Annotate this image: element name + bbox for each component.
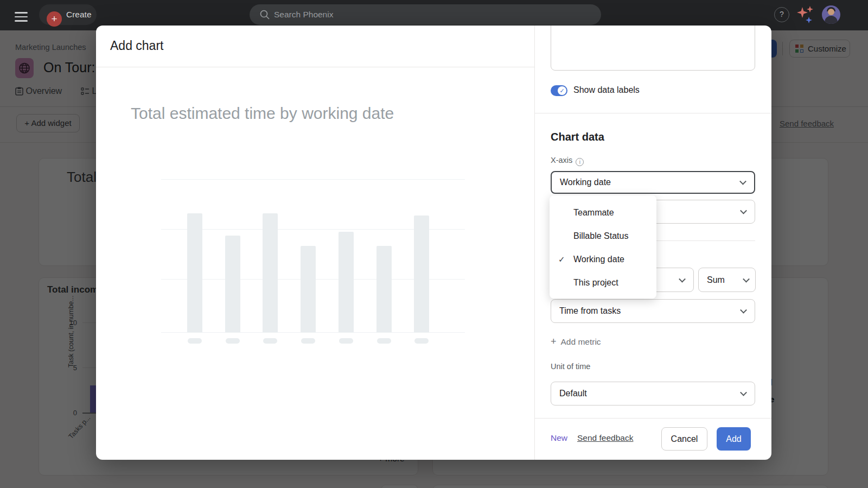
metric-source-value: Time from tasks: [559, 306, 621, 316]
show-data-labels-toggle[interactable]: ✓: [551, 85, 567, 96]
new-badge: New: [551, 433, 567, 443]
menu-item-this-project[interactable]: This project: [550, 271, 656, 294]
preview-x-tick-placeholder: [414, 338, 429, 344]
chevron-down-icon: [739, 178, 746, 185]
preview-gridline: [161, 179, 465, 180]
preview-x-tick-placeholder: [377, 338, 391, 344]
screen: Marketing Launches On Tour: Overview L +…: [0, 0, 868, 488]
preview-bar: [225, 236, 240, 332]
x-axis-label: X-axisi: [551, 156, 584, 166]
preview-x-tick-placeholder: [339, 338, 353, 344]
menu-item-teammate[interactable]: Teammate: [550, 201, 656, 224]
preview-bar: [301, 246, 316, 332]
add-metric-button[interactable]: +Add metric: [551, 336, 601, 347]
cancel-button[interactable]: Cancel: [661, 427, 707, 451]
menu-item-billable-status[interactable]: Billable Status: [550, 224, 656, 248]
search-placeholder: Search Phoenix: [274, 10, 333, 20]
x-axis-value: Working date: [560, 178, 611, 187]
x-axis-select[interactable]: Working date: [551, 171, 755, 194]
preview-x-tick-placeholder: [188, 338, 202, 344]
preview-bar: [187, 213, 202, 332]
footer-divider: [534, 418, 771, 419]
create-button[interactable]: + Create: [39, 4, 97, 25]
unit-of-time-label: Unit of time: [551, 362, 590, 371]
menu-item-working-date[interactable]: ✓ Working date: [550, 248, 656, 271]
metric-source-select[interactable]: Time from tasks: [551, 299, 755, 323]
chevron-down-icon: [740, 207, 747, 214]
check-icon: ✓: [558, 248, 565, 271]
hamburger-menu-icon[interactable]: [15, 9, 28, 21]
unit-of-time-select[interactable]: Default: [551, 382, 755, 405]
user-avatar[interactable]: [822, 5, 840, 24]
help-button[interactable]: ?: [774, 7, 789, 22]
ai-sparkles-icon[interactable]: [796, 6, 815, 24]
preview-bar: [339, 232, 354, 332]
chevron-down-icon: [740, 307, 747, 314]
preview-chart-title: Total estimated time by working date: [131, 104, 394, 123]
preview-gridline: [161, 332, 465, 333]
modal-title: Add chart: [110, 39, 163, 53]
aggregation-select[interactable]: Sum: [698, 268, 756, 292]
add-chart-modal: Add chart × Total estimated time by work…: [96, 26, 771, 460]
info-icon: i: [576, 158, 584, 166]
plus-icon: +: [47, 11, 62, 27]
preview-x-tick-placeholder: [263, 338, 277, 344]
chevron-down-icon: [743, 275, 750, 282]
panel-divider: [534, 26, 535, 460]
chevron-down-icon: [740, 389, 747, 396]
unit-of-time-value: Default: [559, 389, 587, 398]
preview-bar: [263, 213, 278, 332]
add-metric-label: Add metric: [561, 337, 601, 346]
search-icon: [259, 9, 270, 20]
header-divider: [96, 67, 534, 67]
add-button[interactable]: Add: [717, 427, 751, 451]
section-divider: [534, 113, 771, 113]
toggle-check-icon: ✓: [558, 86, 566, 95]
search-input[interactable]: Search Phoenix: [250, 4, 601, 25]
aggregation-value: Sum: [707, 275, 725, 285]
preview-bar: [414, 216, 429, 332]
modal-send-feedback-link[interactable]: Send feedback: [577, 433, 633, 443]
create-label: Create: [66, 10, 92, 20]
preview-bar: [376, 246, 392, 332]
preview-x-tick-placeholder: [301, 338, 315, 344]
chart-data-heading: Chart data: [551, 131, 604, 143]
chevron-down-icon: [679, 275, 686, 282]
scrolled-input-fragment[interactable]: [551, 26, 755, 71]
x-axis-dropdown-menu: Teammate Billable Status ✓ Working date …: [550, 195, 656, 299]
plus-icon: +: [551, 336, 557, 347]
show-data-labels-label: Show data labels: [573, 85, 640, 95]
preview-x-tick-placeholder: [226, 338, 240, 344]
